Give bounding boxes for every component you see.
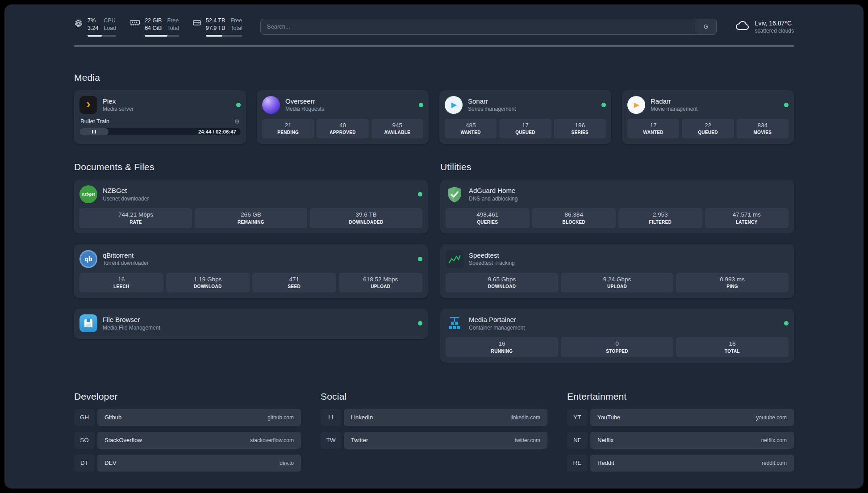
service-card-sonarr[interactable]: ▶ Sonarr Series management 485 WANTED 17… <box>439 90 611 144</box>
bookmark-dev[interactable]: DT DEV dev.to <box>74 455 301 472</box>
service-card-radarr[interactable]: ▶ Radarr Movie management 17 WANTED 22 Q… <box>622 90 794 144</box>
service-name: Sonarr <box>468 97 516 106</box>
bookmark-youtube[interactable]: YT YouTube youtube.com <box>567 409 794 426</box>
bookmark-linkedin[interactable]: LI LinkedIn linkedin.com <box>321 409 547 426</box>
search-engine-button[interactable]: G <box>696 19 716 34</box>
stat-download: 9.65 Gbps DOWNLOAD <box>446 273 558 293</box>
cpu-usage-label: CPU <box>104 17 116 25</box>
stat-wanted: 17 WANTED <box>627 119 679 139</box>
bookmark-abbr: DT <box>74 455 95 472</box>
pause-icon[interactable] <box>91 130 96 134</box>
weather-location: Lviv, 16.87°C <box>755 20 794 27</box>
disk-total-label: Total <box>230 25 242 32</box>
service-card-nzbget[interactable]: nzbget NZBGet Usenet downloader 744.21 M… <box>74 180 428 234</box>
bookmark-abbr: TW <box>321 432 341 449</box>
header-divider <box>74 46 794 46</box>
bookmark-netflix[interactable]: NF Netflix netflix.com <box>567 432 794 449</box>
stat-queries: 498,461 QUERIES <box>446 208 530 228</box>
bookmark-url: github.com <box>267 414 294 421</box>
cpu-usage: 7% <box>88 17 98 25</box>
bookmarks-developer: Developer GH Github github.com SO StackO… <box>74 391 301 477</box>
bookmark-url: linkedin.com <box>510 414 540 421</box>
stat-wanted: 485 WANTED <box>445 119 497 139</box>
bookmark-abbr: YT <box>567 409 588 426</box>
gear-icon[interactable]: ⚙ <box>234 118 240 125</box>
bookmark-name: DEV <box>104 460 117 466</box>
stat-queued: 22 QUEUED <box>682 119 734 139</box>
stat-upload: 9.24 Gbps UPLOAD <box>561 273 673 293</box>
portainer-crane-icon <box>446 314 463 332</box>
service-card-portainer[interactable]: Media Portainer Container management 16 … <box>440 309 794 363</box>
bookmark-url: reddit.com <box>762 460 787 466</box>
memory-widget: 22 GiB 64 GiB Free Total <box>129 17 179 37</box>
memory-bar <box>145 35 179 37</box>
memory-free: 22 GiB <box>145 17 162 25</box>
service-desc: Torrent downloader <box>103 260 149 267</box>
stat-seed: 471 SEED <box>252 273 336 293</box>
filebrowser-icon <box>79 314 97 332</box>
service-name: AdGuard Home <box>469 186 517 195</box>
cpu-bar <box>88 35 116 37</box>
bookmark-name: StackOverflow <box>104 437 142 443</box>
disk-free-label: Free <box>230 17 242 25</box>
search-bar[interactable]: G <box>260 19 717 35</box>
status-dot <box>601 103 606 107</box>
speedtest-chart-icon <box>446 250 463 268</box>
bookmark-reddit[interactable]: RE Reddit reddit.com <box>567 455 794 472</box>
stat-blocked: 86,384 BLOCKED <box>532 208 616 228</box>
media-cards: › Plex Media server Bullet Train ⚙ 24:44… <box>74 90 794 144</box>
stat-running: 16 RUNNING <box>446 337 558 357</box>
nzbget-icon: nzbget <box>79 185 97 203</box>
service-desc: Movie management <box>651 106 697 113</box>
section-title-entertainment: Entertainment <box>567 391 794 402</box>
service-name: File Browser <box>103 315 160 324</box>
cpu-widget: 7% 3.24 CPU Load <box>74 17 116 37</box>
stat-stopped: 0 STOPPED <box>561 337 673 357</box>
bookmark-name: Reddit <box>597 460 614 466</box>
service-card-overseerr[interactable]: Overseerr Media Requests 21 PENDING 40 A… <box>257 90 429 144</box>
overseerr-icon <box>262 96 280 114</box>
stat-total: 16 TOTAL <box>676 337 789 357</box>
bookmark-abbr: LI <box>321 409 341 426</box>
stat-downloaded: 39.6 TB DOWNLOADED <box>310 208 422 228</box>
section-title-developer: Developer <box>74 391 301 402</box>
plex-icon: › <box>79 96 97 114</box>
service-name: NZBGet <box>103 186 149 195</box>
cpu-load-label: Load <box>104 25 116 32</box>
top-bar: 7% 3.24 CPU Load <box>74 17 794 37</box>
disk-icon <box>192 19 201 29</box>
cpu-icon <box>74 19 83 29</box>
disk-free: 52.4 TB <box>206 17 225 25</box>
bookmark-twitter[interactable]: TW Twitter twitter.com <box>321 432 547 449</box>
bookmark-name: Github <box>104 414 121 421</box>
bookmark-abbr: GH <box>74 409 95 426</box>
service-card-filebrowser[interactable]: File Browser Media File Management <box>74 309 428 339</box>
service-name: Plex <box>103 97 134 106</box>
service-desc: Speedtest Tracking <box>469 260 515 267</box>
memory-free-label: Free <box>167 17 179 25</box>
stat-series: 196 SERIES <box>554 119 606 139</box>
bookmark-name: YouTube <box>597 414 620 421</box>
playback-progress-bar: 24:44 / 02:06:47 <box>79 128 241 135</box>
radarr-icon: ▶ <box>627 96 645 114</box>
service-card-plex[interactable]: › Plex Media server Bullet Train ⚙ 24:44… <box>74 90 246 144</box>
service-card-speedtest[interactable]: Speedtest Speedtest Tracking 9.65 Gbps D… <box>440 244 794 298</box>
disk-widget: 52.4 TB 97.9 TB Free Total <box>192 17 242 37</box>
bookmark-abbr: NF <box>567 432 588 449</box>
search-input[interactable] <box>261 19 696 34</box>
service-card-qbittorrent[interactable]: qb qBittorrent Torrent downloader 16 LEE… <box>74 244 428 298</box>
now-playing-title: Bullet Train <box>80 118 109 125</box>
bookmark-abbr: RE <box>567 455 588 472</box>
plex-now-playing: Bullet Train ⚙ 24:44 / 02:06:47 <box>79 118 241 135</box>
bookmark-url: netflix.com <box>761 437 787 443</box>
stat-pending: 21 PENDING <box>262 119 314 139</box>
service-name: Overseerr <box>285 97 324 106</box>
bookmark-stackoverflow[interactable]: SO StackOverflow stackoverflow.com <box>74 432 301 449</box>
bookmark-url: stackoverflow.com <box>250 437 294 443</box>
section-title-social: Social <box>321 391 547 402</box>
weather-widget: Lviv, 16.87°C scattered clouds <box>734 20 794 34</box>
bookmark-github[interactable]: GH Github github.com <box>74 409 301 426</box>
service-desc: Container management <box>469 325 525 332</box>
section-title-media: Media <box>74 72 794 83</box>
service-card-adguard[interactable]: AdGuard Home DNS and adblocking 498,461 … <box>440 180 794 234</box>
